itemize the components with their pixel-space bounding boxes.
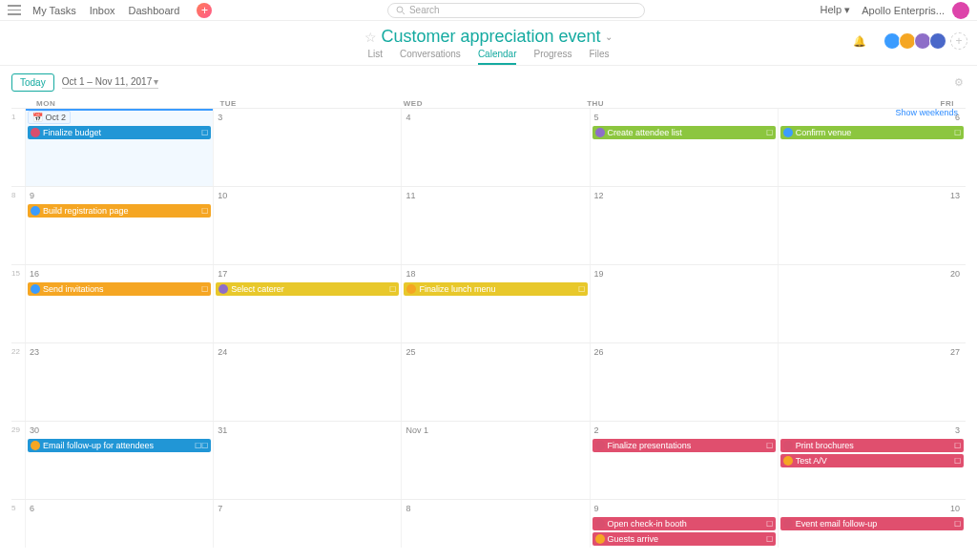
workspace-name[interactable]: Apollo Enterpris...: [862, 5, 945, 16]
calendar-week: 22 23 24 25 26 27: [11, 342, 966, 421]
calendar-day[interactable]: 26: [590, 343, 778, 421]
calendar-week: 8 9 Build registration page☐ 10 11 12 13: [11, 186, 966, 264]
day-number: Nov 1: [404, 424, 587, 437]
check-icon: ☐: [954, 520, 961, 529]
avatar[interactable]: [952, 2, 969, 19]
calendar-day[interactable]: 18 Finalize lunch menu☐: [401, 265, 589, 342]
calendar-day[interactable]: 📅 Oct 2 Finalize budget☐: [25, 109, 213, 186]
check-icon: ☐: [201, 129, 208, 137]
day-number: 6: [28, 502, 211, 515]
task-card[interactable]: Finalize presentations☐: [592, 439, 776, 452]
task-card[interactable]: Create attendee list☐: [592, 126, 776, 139]
day-number: 📅 Oct 2: [28, 111, 71, 124]
assignee-avatar: [595, 534, 605, 544]
bell-icon[interactable]: 🔔: [853, 35, 866, 48]
calendar-day[interactable]: 10: [213, 187, 401, 264]
calendar-day[interactable]: 6: [25, 500, 213, 548]
tab-progress[interactable]: Progress: [533, 49, 572, 65]
calendar-day[interactable]: 23: [25, 343, 213, 421]
top-bar: My Tasks Inbox Dashboard + Search Help ▾…: [0, 0, 977, 21]
calendar-day[interactable]: 8: [401, 500, 589, 548]
assignee-avatar: [783, 128, 793, 137]
task-card[interactable]: Email follow-up for attendees☐☐: [28, 439, 211, 452]
task-card[interactable]: Select caterer☐: [216, 282, 399, 296]
nav-inbox[interactable]: Inbox: [90, 5, 115, 16]
check-icon: ☐: [201, 207, 208, 216]
star-icon[interactable]: ☆: [364, 30, 377, 45]
day-number: 31: [216, 424, 399, 437]
calendar-day[interactable]: 20: [778, 265, 966, 342]
task-card[interactable]: Guests arrive☐: [592, 532, 776, 546]
day-number: 10: [216, 189, 399, 202]
member-avatar[interactable]: [929, 32, 946, 50]
tab-list[interactable]: List: [367, 49, 383, 65]
assignee-avatar: [406, 284, 416, 294]
week-number: 8: [11, 187, 25, 264]
gear-icon[interactable]: ⚙: [954, 76, 964, 89]
task-card[interactable]: Build registration page☐: [28, 204, 211, 218]
day-number: 20: [780, 267, 964, 280]
assignee-avatar: [31, 206, 40, 216]
task-card[interactable]: Finalize budget☐: [28, 126, 211, 139]
calendar-week: 5 6 7 8 9 Open check-in booth☐ Guests ar…: [11, 499, 966, 548]
check-icon: ☐: [766, 535, 773, 544]
calendar-day[interactable]: 27: [778, 343, 966, 421]
day-number: 6: [780, 111, 964, 124]
calendar-day[interactable]: 10 Event email follow-up☐: [778, 500, 966, 548]
calendar-day[interactable]: 31: [213, 422, 401, 499]
calendar-day[interactable]: 16 Send invitations☐: [25, 265, 213, 342]
calendar-day[interactable]: 11: [401, 187, 589, 264]
new-button[interactable]: +: [197, 3, 212, 18]
help-link[interactable]: Help ▾: [820, 4, 850, 16]
task-card[interactable]: Send invitations☐: [28, 282, 211, 296]
calendar-day[interactable]: 2 Finalize presentations☐: [590, 422, 778, 499]
calendar-day[interactable]: Nov 1: [401, 422, 589, 499]
assignee-avatar: [218, 284, 228, 294]
search-input[interactable]: Search: [387, 3, 645, 18]
calendar-day[interactable]: 13: [778, 187, 966, 264]
task-card[interactable]: Finalize lunch menu☐: [404, 282, 587, 296]
menu-icon[interactable]: [8, 4, 21, 17]
day-header-wed: WED: [404, 99, 587, 108]
calendar-day[interactable]: 25: [401, 343, 589, 421]
week-number: 5: [11, 500, 25, 548]
calendar-day[interactable]: 3: [213, 109, 401, 186]
today-button[interactable]: Today: [11, 73, 54, 92]
calendar-day[interactable]: 24: [213, 343, 401, 421]
calendar-day[interactable]: 7: [213, 500, 401, 548]
tab-conversations[interactable]: Conversations: [400, 49, 461, 65]
day-number: 9: [592, 502, 776, 515]
task-card[interactable]: Test A/V☐: [780, 454, 964, 467]
tab-files[interactable]: Files: [589, 49, 609, 65]
chevron-down-icon: ▾: [154, 76, 158, 87]
day-number: 27: [780, 345, 964, 359]
nav-dashboard[interactable]: Dashboard: [129, 5, 180, 16]
task-card[interactable]: Print brochures☐: [780, 439, 964, 452]
day-number: 3: [780, 424, 964, 437]
chevron-down-icon[interactable]: ⌄: [605, 31, 613, 42]
calendar-day[interactable]: 6 Confirm venue☐: [778, 109, 966, 186]
nav-my-tasks[interactable]: My Tasks: [32, 5, 76, 16]
date-range-picker[interactable]: Oct 1 – Nov 11, 2017▾: [62, 76, 159, 89]
calendar-day[interactable]: 9 Open check-in booth☐ Guests arrive☐: [590, 500, 778, 548]
calendar-day[interactable]: 3 Print brochures☐ Test A/V☐: [778, 422, 966, 499]
day-number: 8: [404, 502, 587, 515]
calendar-day[interactable]: 4: [401, 109, 589, 186]
assignee-avatar: [31, 441, 40, 450]
calendar-day[interactable]: 5 Create attendee list☐: [590, 109, 778, 186]
calendar-day[interactable]: 12: [590, 187, 778, 264]
tab-calendar[interactable]: Calendar: [478, 49, 517, 65]
task-card[interactable]: Open check-in booth☐: [592, 517, 776, 530]
check-icon: ☐: [201, 285, 208, 294]
calendar-day[interactable]: 9 Build registration page☐: [25, 187, 213, 264]
task-card[interactable]: Confirm venue☐: [780, 126, 964, 139]
check-icon: ☐: [766, 129, 773, 137]
add-member-button[interactable]: +: [950, 32, 967, 50]
day-number: 9: [28, 189, 211, 202]
calendar-day[interactable]: 19: [590, 265, 778, 342]
calendar-day[interactable]: 30 Email follow-up for attendees☐☐: [25, 422, 213, 499]
week-number: 15: [11, 265, 25, 342]
task-card[interactable]: Event email follow-up☐: [780, 517, 964, 530]
calendar-day[interactable]: 17 Select caterer☐: [213, 265, 401, 342]
page-title[interactable]: Customer appreciation event: [381, 27, 600, 47]
